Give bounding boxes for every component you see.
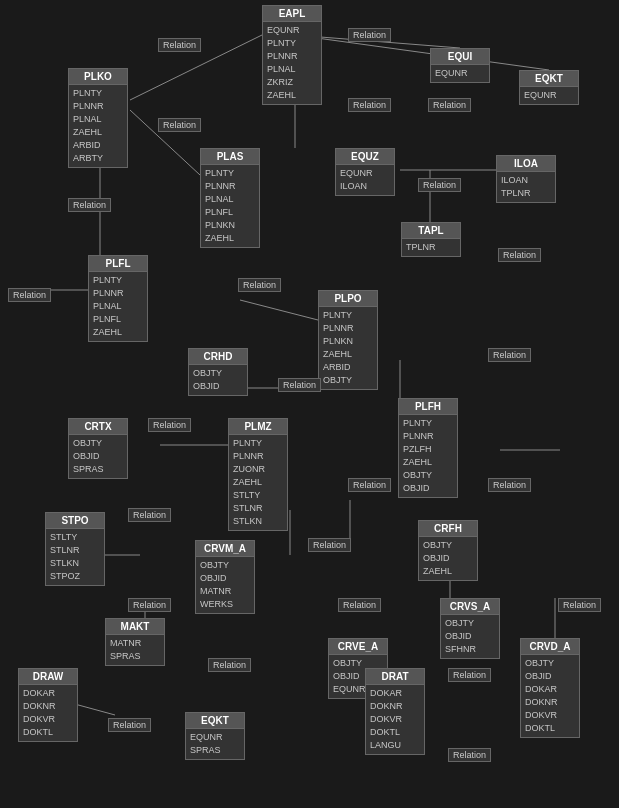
table-body-drat: DOKARDOKNRDOKVRDOKTLLANGU bbox=[366, 685, 424, 754]
table-body-crhd: OBJTYOBJID bbox=[189, 365, 247, 395]
relation-r21: Relation bbox=[208, 658, 251, 672]
relation-r7: Relation bbox=[418, 178, 461, 192]
relation-r20: Relation bbox=[558, 598, 601, 612]
field-equnr: EQUNR bbox=[435, 67, 485, 80]
table-body-plpo: PLNTYPLNNRPLNKNZAEHLARBIDOBJTY bbox=[319, 307, 377, 389]
relation-r1: Relation bbox=[158, 38, 201, 52]
table-crvs_a: CRVS_AOBJTYOBJIDSFHNR bbox=[440, 598, 500, 659]
table-header-drat: DRAT bbox=[366, 669, 424, 685]
relation-r23: Relation bbox=[108, 718, 151, 732]
table-body-equi: EQUNR bbox=[431, 65, 489, 82]
relation-r17: Relation bbox=[308, 538, 351, 552]
field-objid: OBJID bbox=[525, 670, 575, 683]
field-objty: OBJTY bbox=[200, 559, 250, 572]
relation-r4: Relation bbox=[348, 98, 391, 112]
table-body-makt: MATNRSPRAS bbox=[106, 635, 164, 665]
field-plnfl: PLNFL bbox=[205, 206, 255, 219]
field-plnkn: PLNKN bbox=[323, 335, 373, 348]
table-header-crfh: CRFH bbox=[419, 521, 477, 537]
table-plmz: PLMZPLNTYPLNNRZUONRZAEHLSTLTYSTLNRSTLKN bbox=[228, 418, 288, 531]
table-header-equz: EQUZ bbox=[336, 149, 394, 165]
field-zaehl: ZAEHL bbox=[267, 89, 317, 102]
field-objid: OBJID bbox=[73, 450, 123, 463]
relation-r11: Relation bbox=[488, 348, 531, 362]
field-plnfl: PLNFL bbox=[93, 313, 143, 326]
relation-r8: Relation bbox=[498, 248, 541, 262]
field-equnr: EQUNR bbox=[524, 89, 574, 102]
field-sfhnr: SFHNR bbox=[445, 643, 495, 656]
table-body-crvd_a: OBJTYOBJIDDOKARDOKNRDOKVRDOKTL bbox=[521, 655, 579, 737]
table-header-crvs_a: CRVS_A bbox=[441, 599, 499, 615]
table-header-eqkt: EQKT bbox=[520, 71, 578, 87]
table-header-stpo: STPO bbox=[46, 513, 104, 529]
diagram-container: EAPLEQUNRPLNTYPLNNRPLNALZKRIZZAEHLEQUIEQ… bbox=[0, 0, 619, 808]
table-header-crvd_a: CRVD_A bbox=[521, 639, 579, 655]
table-equz: EQUZEQUNRILOAN bbox=[335, 148, 395, 196]
field-werks: WERKS bbox=[200, 598, 250, 611]
field-stlkn: STLKN bbox=[50, 557, 100, 570]
field-dokar: DOKAR bbox=[23, 687, 73, 700]
field-objty: OBJTY bbox=[193, 367, 243, 380]
table-eapl: EAPLEQUNRPLNTYPLNNRPLNALZKRIZZAEHL bbox=[262, 5, 322, 105]
table-eqkt2: EQKTEQUNRSPRAS bbox=[185, 712, 245, 760]
field-doktl: DOKTL bbox=[23, 726, 73, 739]
field-arbty: ARBTY bbox=[73, 152, 123, 165]
relation-r3: Relation bbox=[158, 118, 201, 132]
table-header-plpo: PLPO bbox=[319, 291, 377, 307]
field-plnkn: PLNKN bbox=[205, 219, 255, 232]
field-plnty: PLNTY bbox=[205, 167, 255, 180]
field-plnal: PLNAL bbox=[267, 63, 317, 76]
field-pzlfh: PZLFH bbox=[403, 443, 453, 456]
relation-r5: Relation bbox=[428, 98, 471, 112]
field-dokvr: DOKVR bbox=[23, 713, 73, 726]
field-plnty: PLNTY bbox=[323, 309, 373, 322]
field-objid: OBJID bbox=[423, 552, 473, 565]
field-doktl: DOKTL bbox=[525, 722, 575, 735]
table-body-plfh: PLNTYPLNNRPZLFHZAEHLOBJTYOBJID bbox=[399, 415, 457, 497]
field-doknr: DOKNR bbox=[525, 696, 575, 709]
field-plnal: PLNAL bbox=[205, 193, 255, 206]
table-header-crvm_a: CRVM_A bbox=[196, 541, 254, 557]
table-header-crtx: CRTX bbox=[69, 419, 127, 435]
table-header-equi: EQUI bbox=[431, 49, 489, 65]
field-iloan: ILOAN bbox=[340, 180, 390, 193]
field-matnr: MATNR bbox=[110, 637, 160, 650]
field-doknr: DOKNR bbox=[23, 700, 73, 713]
table-body-plfl: PLNTYPLNNRPLNALPLNFLZAEHL bbox=[89, 272, 147, 341]
table-body-equz: EQUNRILOAN bbox=[336, 165, 394, 195]
field-spras: SPRAS bbox=[73, 463, 123, 476]
table-equi: EQUIEQUNR bbox=[430, 48, 490, 83]
relation-r15: Relation bbox=[488, 478, 531, 492]
table-body-plko: PLNTYPLNNRPLNALZAEHLARBIDARBTY bbox=[69, 85, 127, 167]
svg-line-9 bbox=[240, 300, 318, 320]
field-matnr: MATNR bbox=[200, 585, 250, 598]
field-zaehl: ZAEHL bbox=[323, 348, 373, 361]
relation-r18: Relation bbox=[338, 598, 381, 612]
relation-r14: Relation bbox=[348, 478, 391, 492]
table-crtx: CRTXOBJTYOBJIDSPRAS bbox=[68, 418, 128, 479]
table-body-crtx: OBJTYOBJIDSPRAS bbox=[69, 435, 127, 478]
relation-r2: Relation bbox=[348, 28, 391, 42]
table-header-crve_a: CRVE_A bbox=[329, 639, 387, 655]
field-doknr: DOKNR bbox=[370, 700, 420, 713]
field-langu: LANGU bbox=[370, 739, 420, 752]
field-zaehl: ZAEHL bbox=[205, 232, 255, 245]
field-objid: OBJID bbox=[445, 630, 495, 643]
table-draw: DRAWDOKARDOKNRDOKVRDOKTL bbox=[18, 668, 78, 742]
relation-r19: Relation bbox=[128, 598, 171, 612]
table-makt: MAKTMATNRSPRAS bbox=[105, 618, 165, 666]
field-equnr: EQUNR bbox=[340, 167, 390, 180]
table-body-plmz: PLNTYPLNNRZUONRZAEHLSTLTYSTLNRSTLKN bbox=[229, 435, 287, 530]
table-crvd_a: CRVD_AOBJTYOBJIDDOKARDOKNRDOKVRDOKTL bbox=[520, 638, 580, 738]
field-plnnr: PLNNR bbox=[267, 50, 317, 63]
field-objid: OBJID bbox=[403, 482, 453, 495]
table-header-eapl: EAPL bbox=[263, 6, 321, 22]
field-zuonr: ZUONR bbox=[233, 463, 283, 476]
table-header-draw: DRAW bbox=[19, 669, 77, 685]
field-plnal: PLNAL bbox=[73, 113, 123, 126]
field-objty: OBJTY bbox=[73, 437, 123, 450]
field-spras: SPRAS bbox=[110, 650, 160, 663]
table-stpo: STPOSTLTYSTLNRSTLKNSTPOZ bbox=[45, 512, 105, 586]
table-body-iloa: ILOANTPLNR bbox=[497, 172, 555, 202]
table-crfh: CRFHOBJTYOBJIDZAEHL bbox=[418, 520, 478, 581]
